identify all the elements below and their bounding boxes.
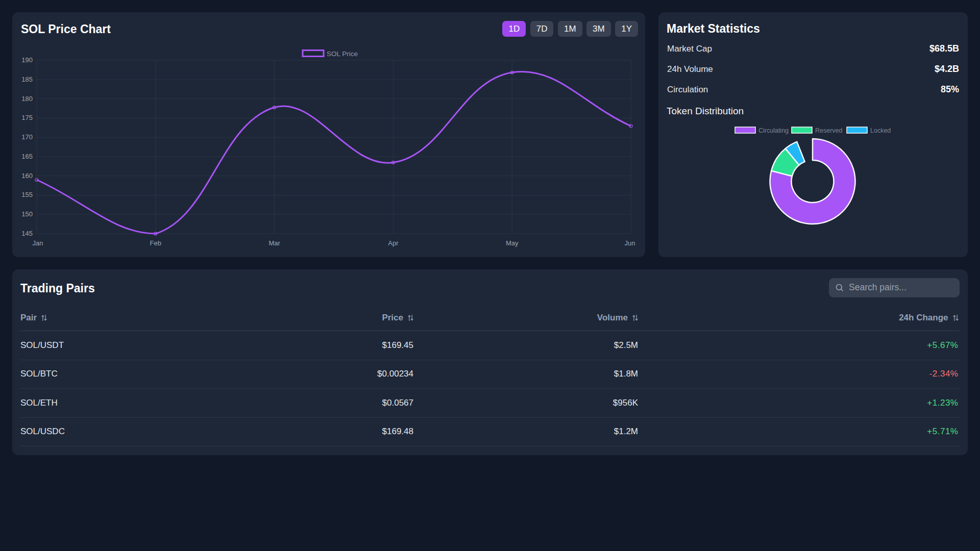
svg-text:Apr: Apr (388, 239, 399, 247)
svg-text:160: 160 (21, 172, 33, 180)
svg-text:145: 145 (21, 230, 33, 237)
svg-text:Feb: Feb (150, 239, 161, 247)
svg-text:SOL Price: SOL Price (327, 50, 358, 58)
svg-text:Mar: Mar (268, 239, 280, 247)
svg-text:May: May (506, 239, 519, 247)
svg-text:Jan: Jan (33, 239, 43, 247)
svg-text:Locked: Locked (870, 127, 891, 134)
svg-text:170: 170 (21, 133, 33, 141)
svg-text:175: 175 (21, 114, 33, 121)
svg-text:180: 180 (21, 95, 33, 103)
svg-text:190: 190 (21, 56, 33, 64)
svg-text:150: 150 (21, 210, 33, 218)
svg-text:185: 185 (21, 76, 33, 83)
svg-text:Reserved: Reserved (815, 127, 843, 134)
svg-text:Jun: Jun (625, 239, 635, 247)
svg-text:Circulating: Circulating (758, 127, 789, 134)
svg-text:165: 165 (21, 153, 33, 160)
svg-text:155: 155 (21, 191, 33, 198)
